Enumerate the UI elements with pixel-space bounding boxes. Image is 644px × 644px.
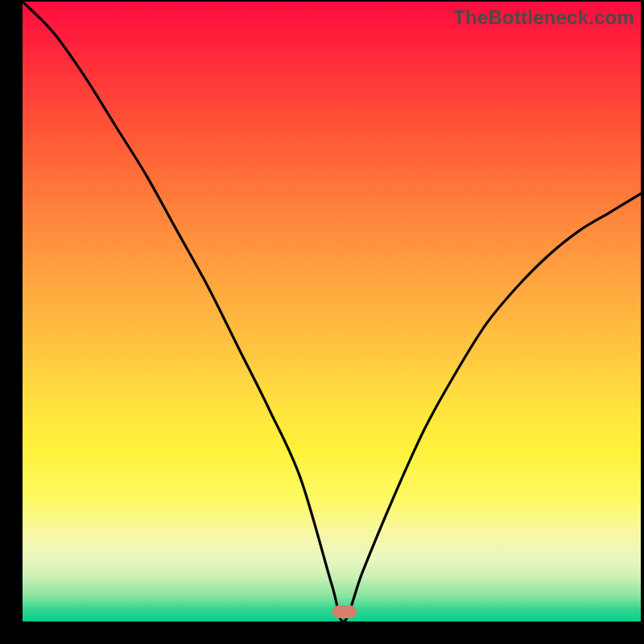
chart-frame: TheBottleneck.com xyxy=(0,0,644,644)
minimum-marker xyxy=(332,605,357,618)
bottleneck-curve xyxy=(23,2,641,621)
plot-area: TheBottleneck.com xyxy=(23,2,641,621)
